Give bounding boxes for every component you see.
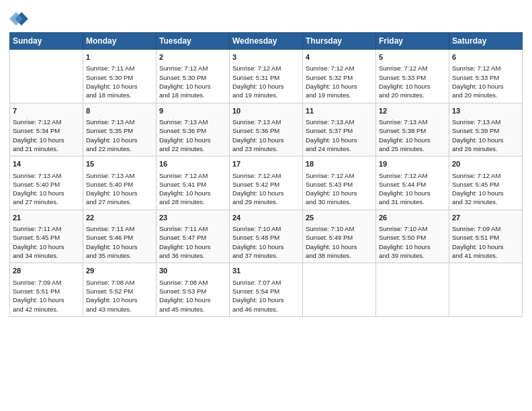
cell-content: Sunrise: 7:12 AM Sunset: 5:33 PM Dayligh… — [379, 64, 446, 99]
calendar-cell: 27Sunrise: 7:09 AM Sunset: 5:51 PM Dayli… — [449, 210, 523, 263]
cell-content: Sunrise: 7:10 AM Sunset: 5:48 PM Dayligh… — [232, 224, 300, 260]
day-number: 22 — [86, 213, 153, 223]
calendar-cell: 4Sunrise: 7:12 AM Sunset: 5:32 PM Daylig… — [303, 50, 376, 103]
cell-content: Sunrise: 7:11 AM Sunset: 5:45 PM Dayligh… — [13, 224, 80, 260]
day-number: 31 — [232, 266, 300, 276]
day-number: 19 — [379, 159, 446, 169]
cell-content: Sunrise: 7:11 AM Sunset: 5:30 PM Dayligh… — [86, 64, 153, 99]
cell-content: Sunrise: 7:13 AM Sunset: 5:40 PM Dayligh… — [13, 171, 80, 207]
cell-content: Sunrise: 7:12 AM Sunset: 5:43 PM Dayligh… — [306, 171, 373, 207]
calendar-cell: 25Sunrise: 7:10 AM Sunset: 5:49 PM Dayli… — [303, 210, 376, 263]
calendar-cell: 21Sunrise: 7:11 AM Sunset: 5:45 PM Dayli… — [10, 210, 83, 263]
cell-content: Sunrise: 7:12 AM Sunset: 5:44 PM Dayligh… — [379, 171, 446, 207]
calendar-cell: 14Sunrise: 7:13 AM Sunset: 5:40 PM Dayli… — [10, 156, 83, 210]
page-container: SundayMondayTuesdayWednesdayThursdayFrid… — [0, 0, 532, 321]
day-number: 17 — [232, 159, 300, 169]
calendar-cell: 15Sunrise: 7:13 AM Sunset: 5:40 PM Dayli… — [83, 156, 157, 210]
calendar-cell: 7Sunrise: 7:12 AM Sunset: 5:34 PM Daylig… — [10, 103, 83, 156]
calendar-cell: 10Sunrise: 7:13 AM Sunset: 5:36 PM Dayli… — [230, 103, 303, 156]
header — [9, 7, 523, 28]
weekday-header-saturday: Saturday — [449, 33, 523, 50]
calendar-cell: 5Sunrise: 7:12 AM Sunset: 5:33 PM Daylig… — [376, 50, 449, 103]
cell-content: Sunrise: 7:12 AM Sunset: 5:41 PM Dayligh… — [159, 171, 226, 207]
cell-content: Sunrise: 7:10 AM Sunset: 5:50 PM Dayligh… — [379, 224, 446, 260]
week-row-2: 7Sunrise: 7:12 AM Sunset: 5:34 PM Daylig… — [10, 103, 523, 156]
day-number: 28 — [13, 266, 80, 276]
day-number: 18 — [306, 159, 373, 169]
day-number: 15 — [86, 159, 153, 169]
cell-content: Sunrise: 7:09 AM Sunset: 5:51 PM Dayligh… — [452, 224, 519, 260]
cell-content: Sunrise: 7:10 AM Sunset: 5:49 PM Dayligh… — [306, 224, 373, 260]
calendar-cell: 8Sunrise: 7:13 AM Sunset: 5:35 PM Daylig… — [83, 103, 157, 156]
day-number: 27 — [452, 213, 519, 223]
cell-content: Sunrise: 7:13 AM Sunset: 5:36 PM Dayligh… — [232, 118, 300, 153]
calendar-cell: 28Sunrise: 7:09 AM Sunset: 5:51 PM Dayli… — [10, 263, 83, 317]
weekday-header-wednesday: Wednesday — [230, 33, 303, 50]
calendar-cell: 31Sunrise: 7:07 AM Sunset: 5:54 PM Dayli… — [230, 263, 303, 317]
calendar-cell: 23Sunrise: 7:11 AM Sunset: 5:47 PM Dayli… — [157, 210, 230, 263]
day-number: 5 — [379, 52, 446, 62]
day-number: 16 — [159, 159, 226, 169]
calendar-cell: 30Sunrise: 7:08 AM Sunset: 5:53 PM Dayli… — [157, 263, 230, 317]
cell-content: Sunrise: 7:13 AM Sunset: 5:39 PM Dayligh… — [452, 118, 519, 153]
day-number: 3 — [232, 52, 300, 62]
day-number: 6 — [452, 52, 519, 62]
day-number: 8 — [86, 106, 153, 116]
calendar-cell: 24Sunrise: 7:10 AM Sunset: 5:48 PM Dayli… — [230, 210, 303, 263]
cell-content: Sunrise: 7:12 AM Sunset: 5:34 PM Dayligh… — [13, 118, 80, 153]
calendar-cell: 12Sunrise: 7:13 AM Sunset: 5:38 PM Dayli… — [376, 103, 449, 156]
cell-content: Sunrise: 7:12 AM Sunset: 5:42 PM Dayligh… — [232, 171, 300, 207]
day-number: 1 — [86, 52, 153, 62]
calendar-cell — [303, 263, 376, 317]
weekday-header-sunday: Sunday — [10, 33, 83, 50]
calendar-cell: 17Sunrise: 7:12 AM Sunset: 5:42 PM Dayli… — [230, 156, 303, 210]
calendar-cell: 19Sunrise: 7:12 AM Sunset: 5:44 PM Dayli… — [376, 156, 449, 210]
cell-content: Sunrise: 7:12 AM Sunset: 5:31 PM Dayligh… — [232, 64, 300, 99]
cell-content: Sunrise: 7:13 AM Sunset: 5:35 PM Dayligh… — [86, 118, 153, 153]
cell-content: Sunrise: 7:12 AM Sunset: 5:33 PM Dayligh… — [452, 64, 519, 99]
calendar-cell: 3Sunrise: 7:12 AM Sunset: 5:31 PM Daylig… — [230, 50, 303, 103]
weekday-row: SundayMondayTuesdayWednesdayThursdayFrid… — [10, 33, 523, 50]
cell-content: Sunrise: 7:12 AM Sunset: 5:45 PM Dayligh… — [452, 171, 519, 207]
weekday-header-monday: Monday — [83, 33, 157, 50]
calendar-cell: 1Sunrise: 7:11 AM Sunset: 5:30 PM Daylig… — [83, 50, 157, 103]
calendar-cell: 26Sunrise: 7:10 AM Sunset: 5:50 PM Dayli… — [376, 210, 449, 263]
calendar-cell — [376, 263, 449, 317]
calendar-cell: 13Sunrise: 7:13 AM Sunset: 5:39 PM Dayli… — [449, 103, 523, 156]
cell-content: Sunrise: 7:13 AM Sunset: 5:38 PM Dayligh… — [379, 118, 446, 153]
day-number: 9 — [159, 106, 226, 116]
cell-content: Sunrise: 7:09 AM Sunset: 5:51 PM Dayligh… — [13, 278, 80, 314]
logo — [9, 9, 30, 28]
cell-content: Sunrise: 7:13 AM Sunset: 5:36 PM Dayligh… — [159, 118, 226, 153]
calendar-cell: 18Sunrise: 7:12 AM Sunset: 5:43 PM Dayli… — [303, 156, 376, 210]
calendar-table: SundayMondayTuesdayWednesdayThursdayFrid… — [9, 32, 523, 317]
day-number: 25 — [306, 213, 373, 223]
calendar-cell: 16Sunrise: 7:12 AM Sunset: 5:41 PM Dayli… — [157, 156, 230, 210]
day-number: 24 — [232, 213, 300, 223]
calendar-cell: 9Sunrise: 7:13 AM Sunset: 5:36 PM Daylig… — [157, 103, 230, 156]
cell-content: Sunrise: 7:12 AM Sunset: 5:30 PM Dayligh… — [159, 64, 226, 99]
weekday-header-tuesday: Tuesday — [157, 33, 230, 50]
day-number: 12 — [379, 106, 446, 116]
day-number: 11 — [306, 106, 373, 116]
cell-content: Sunrise: 7:08 AM Sunset: 5:52 PM Dayligh… — [86, 278, 153, 314]
week-row-1: 1Sunrise: 7:11 AM Sunset: 5:30 PM Daylig… — [10, 50, 523, 103]
cell-content: Sunrise: 7:07 AM Sunset: 5:54 PM Dayligh… — [232, 278, 300, 314]
cell-content: Sunrise: 7:11 AM Sunset: 5:47 PM Dayligh… — [159, 224, 226, 260]
cell-content: Sunrise: 7:13 AM Sunset: 5:40 PM Dayligh… — [86, 171, 153, 207]
calendar-cell: 11Sunrise: 7:13 AM Sunset: 5:37 PM Dayli… — [303, 103, 376, 156]
cell-content: Sunrise: 7:13 AM Sunset: 5:37 PM Dayligh… — [306, 118, 373, 153]
day-number: 4 — [306, 52, 373, 62]
weekday-header-friday: Friday — [376, 33, 449, 50]
day-number: 30 — [159, 266, 226, 276]
day-number: 26 — [379, 213, 446, 223]
day-number: 21 — [13, 213, 80, 223]
day-number: 13 — [452, 106, 519, 116]
week-row-3: 14Sunrise: 7:13 AM Sunset: 5:40 PM Dayli… — [10, 156, 523, 210]
cell-content: Sunrise: 7:08 AM Sunset: 5:53 PM Dayligh… — [159, 278, 226, 314]
calendar-cell: 20Sunrise: 7:12 AM Sunset: 5:45 PM Dayli… — [449, 156, 523, 210]
calendar-cell: 29Sunrise: 7:08 AM Sunset: 5:52 PM Dayli… — [83, 263, 157, 317]
day-number: 29 — [86, 266, 153, 276]
week-row-5: 28Sunrise: 7:09 AM Sunset: 5:51 PM Dayli… — [10, 263, 523, 317]
weekday-header-thursday: Thursday — [303, 33, 376, 50]
